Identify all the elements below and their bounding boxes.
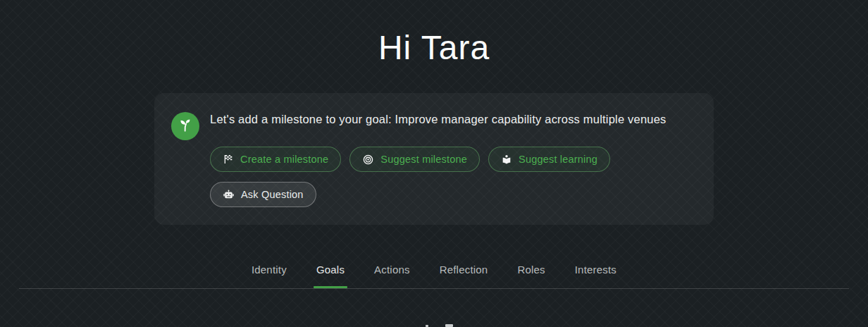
tabs-divider xyxy=(19,288,849,289)
tab-actions[interactable]: Actions xyxy=(373,263,411,288)
ask-question-button[interactable]: Ask Question xyxy=(210,182,316,207)
suggest-learning-button[interactable]: Suggest learning xyxy=(488,147,610,172)
tab-goals[interactable]: Goals xyxy=(316,263,345,288)
suggest-learning-label: Suggest learning xyxy=(519,154,597,165)
tab-interests-label: Interests xyxy=(575,264,616,276)
create-milestone-label: Create a milestone xyxy=(240,154,328,165)
assistant-message: Let's add a milestone to your goal: Impr… xyxy=(210,112,697,127)
action-buttons-row-1: Create a milestone Suggest milestone xyxy=(210,147,697,172)
suggest-milestone-label: Suggest milestone xyxy=(380,154,467,165)
tab-roles[interactable]: Roles xyxy=(516,263,545,288)
checkered-flag-icon xyxy=(223,154,234,165)
page-greeting: Hi Tara xyxy=(0,28,868,67)
target-icon xyxy=(362,154,374,166)
reader-icon xyxy=(501,154,512,165)
tab-goals-label: Goals xyxy=(316,264,345,276)
action-buttons-row-2: Ask Question xyxy=(210,182,697,207)
tab-active-underline xyxy=(314,286,347,288)
ask-question-label: Ask Question xyxy=(241,189,304,200)
assistant-message-card: Let's add a milestone to your goal: Impr… xyxy=(154,93,714,225)
tab-interests[interactable]: Interests xyxy=(574,263,617,288)
tab-actions-label: Actions xyxy=(374,264,410,276)
tab-reflection[interactable]: Reflection xyxy=(439,263,489,288)
robot-icon xyxy=(223,189,235,201)
tab-roles-label: Roles xyxy=(517,264,545,276)
tab-reflection-label: Reflection xyxy=(440,264,488,276)
assistant-avatar xyxy=(171,112,199,140)
clipped-heading-fragment xyxy=(445,324,453,327)
assistant-card-content: Let's add a milestone to your goal: Impr… xyxy=(210,112,697,207)
create-milestone-button[interactable]: Create a milestone xyxy=(210,147,341,172)
sprout-icon xyxy=(178,117,193,135)
tab-identity[interactable]: Identity xyxy=(251,263,287,288)
suggest-milestone-button[interactable]: Suggest milestone xyxy=(349,147,480,172)
tab-identity-label: Identity xyxy=(252,264,287,276)
profile-tabs: Identity Goals Actions Reflection Roles … xyxy=(0,263,868,288)
